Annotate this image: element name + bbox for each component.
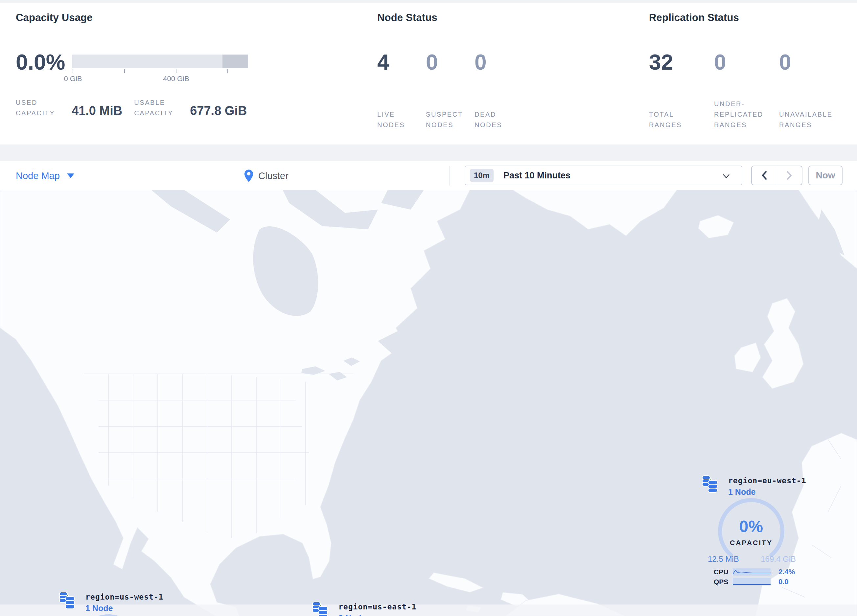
chevron-down-icon [67, 173, 74, 178]
cpu-sparkline [733, 568, 770, 576]
live-nodes-label: LIVE NODES [377, 109, 413, 130]
used-capacity-label: USED CAPACITY [16, 97, 66, 118]
total-ranges-stat: 32 TOTAL RANGES [649, 51, 714, 130]
suspect-nodes-stat: 0 SUSPECT NODES [426, 51, 475, 130]
dead-nodes-stat: 0 DEAD NODES [475, 51, 523, 130]
region-label: region=us-west-1 [85, 593, 164, 601]
time-range-badge: 10m [470, 169, 493, 182]
capacity-bar-ticks [72, 69, 248, 74]
view-switcher-label: Node Map [16, 170, 60, 181]
chevron-down-icon [722, 173, 730, 179]
breadcrumb[interactable]: Cluster [244, 161, 289, 190]
capacity-tick-400: 400 GiB [163, 74, 189, 83]
node-count: 2 Nodes [339, 613, 417, 616]
node-map[interactable]: region=us-west-1 1 Node 0% CAPACITY 12.2… [0, 190, 857, 616]
chevron-left-icon [760, 170, 769, 181]
capacity-usage-panel: Capacity Usage 0.0% 0 GiB 400 GiB [16, 3, 364, 145]
time-forward-button[interactable] [777, 166, 802, 185]
total-capacity: 169.4 GiB [761, 554, 796, 564]
node-status-title: Node Status [377, 12, 437, 24]
region-marker-us-west-1[interactable]: region=us-west-1 1 Node 0% CAPACITY 12.2… [59, 591, 161, 616]
time-step-buttons [751, 165, 803, 185]
capacity-gauge: 0% CAPACITY [71, 613, 146, 616]
used-capacity-value: 41.0 MiB [72, 105, 122, 118]
time-range-select[interactable]: 10m Past 10 Minutes [465, 165, 742, 185]
dead-nodes-label: DEAD NODES [475, 109, 510, 130]
qps-row: QPS 0.0 [714, 577, 799, 587]
region-label: region=us-east-1 [339, 602, 417, 611]
capacity-bar-reserved-segment [223, 54, 248, 68]
total-ranges-value: 32 [649, 51, 714, 73]
time-range-label: Past 10 Minutes [503, 170, 571, 181]
capacity-tick-0: 0 GiB [64, 74, 82, 83]
region-marker-us-east-1[interactable]: region=us-east-1 2 Nodes 0% CAPACITY 16.… [312, 601, 414, 616]
gauge-percent: 0% [713, 517, 789, 536]
breadcrumb-label: Cluster [258, 170, 289, 181]
capacity-usage-title: Capacity Usage [16, 12, 93, 24]
capacity-bar: 0 GiB 400 GiB [72, 54, 248, 84]
qps-value: 0.0 [778, 577, 789, 586]
unavailable-ranges-stat: 0 UNAVAILABLE RANGES [779, 51, 844, 130]
region-marker-eu-west-1[interactable]: region=eu-west-1 1 Node 0% CAPACITY 12.5… [702, 475, 804, 587]
suspect-nodes-value: 0 [426, 51, 475, 73]
capacity-gauge: 0% CAPACITY [713, 497, 789, 562]
used-capacity: 12.5 MiB [708, 554, 739, 564]
unavailable-ranges-value: 0 [779, 51, 844, 73]
qps-sparkline [733, 577, 770, 586]
cluster-summary-bar: Capacity Usage 0.0% 0 GiB 400 GiB [0, 3, 857, 145]
now-button[interactable]: Now [808, 165, 843, 185]
dead-nodes-value: 0 [475, 51, 523, 73]
capacity-bar-track [72, 54, 248, 68]
suspect-nodes-label: SUSPECT NODES [426, 109, 465, 130]
chevron-right-icon [785, 170, 794, 181]
node-status-panel: Node Status 4 LIVE NODES 0 SUSPECT NODES… [377, 3, 634, 145]
replication-status-panel: Replication Status 32 TOTAL RANGES 0 UND… [649, 3, 853, 145]
view-switcher-dropdown[interactable]: Node Map [16, 161, 74, 190]
cpu-label: CPU [714, 568, 733, 576]
live-nodes-stat: 4 LIVE NODES [377, 51, 426, 130]
usable-capacity-value: 677.8 GiB [190, 105, 247, 118]
under-replicated-ranges-stat: 0 UNDER-REPLICATED RANGES [714, 51, 779, 130]
gauge-arc [71, 613, 146, 616]
map-pin-icon [244, 169, 254, 182]
region-label: region=eu-west-1 [728, 476, 806, 485]
time-back-button[interactable] [752, 166, 777, 185]
unavailable-ranges-label: UNAVAILABLE RANGES [779, 109, 835, 130]
toolbar-divider [450, 166, 450, 185]
live-nodes-value: 4 [377, 51, 426, 73]
map-toolbar: Node Map Cluster 10m Past 10 Minutes Now [0, 161, 857, 191]
now-button-label: Now [815, 170, 835, 181]
node-count: 1 Node [728, 487, 806, 497]
under-replicated-ranges-label: UNDER-REPLICATED RANGES [714, 99, 770, 130]
node-count: 1 Node [85, 604, 164, 613]
total-ranges-label: TOTAL RANGES [649, 109, 688, 130]
under-replicated-ranges-value: 0 [714, 51, 779, 73]
gauge-caption: CAPACITY [713, 539, 789, 547]
cpu-value: 2.4% [778, 568, 795, 576]
qps-label: QPS [714, 578, 733, 586]
database-stack-icon [59, 591, 75, 610]
capacity-used-percent: 0.0% [16, 51, 68, 73]
cpu-row: CPU 2.4% [714, 567, 799, 577]
database-stack-icon [702, 475, 718, 494]
database-stack-icon [312, 601, 328, 616]
replication-status-title: Replication Status [649, 12, 739, 24]
usable-capacity-label: USABLE CAPACITY [134, 97, 184, 118]
